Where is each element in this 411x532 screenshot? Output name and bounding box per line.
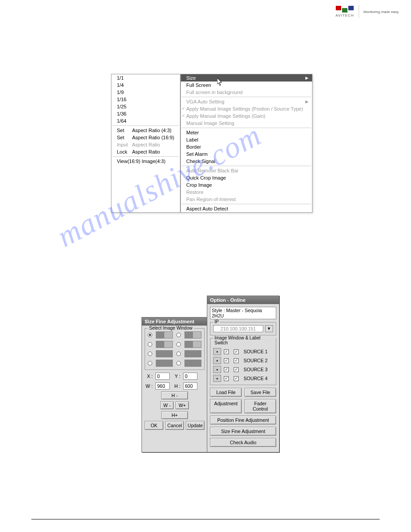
context-menus: 1/1 1/4 1/9 1/16 1/25 1/36 1/64 SetAspec… [111,74,313,213]
menu-item[interactable]: 1/1 [111,74,180,82]
page-footer-rule [31,519,380,519]
window-swatch [184,331,201,339]
menu-item: ✓Apply Manual Image Settings (Postion / … [181,105,312,112]
menu-item[interactable]: 1/36 [111,110,180,117]
menu-item[interactable]: 1/9 [111,89,180,96]
y-label: Y : [172,373,180,379]
group-label: Image Window & Label Switch [213,335,276,345]
menu-item[interactable]: Meter [181,129,312,136]
switch-group: Image Window & Label Switch WL ▪SOURCE 1… [210,338,276,385]
radio-window-1[interactable] [148,333,152,337]
chevron-right-icon: ▶ [305,76,308,80]
menu-item: VGA Auto Setting▶ [181,98,312,105]
menu-item[interactable]: 1/64 [111,117,180,124]
source-label: SOURCE 1 [244,349,273,354]
y-input[interactable] [183,373,197,380]
radio-window-8[interactable] [176,361,181,365]
menu-item[interactable]: Set Alarm [181,150,312,158]
source-l-checkbox[interactable] [234,376,239,381]
source-w-checkbox[interactable] [224,349,229,354]
check-audio-button[interactable]: Check Audio [210,438,276,447]
source-label: SOURCE 3 [244,367,273,372]
menu-item[interactable]: Quick Crop Image [181,174,312,181]
position-fine-adjustment-button[interactable]: Position Fine Adjustment [210,416,276,425]
source-l-checkbox[interactable] [234,349,239,354]
menu-item: Full screen in background [181,89,312,96]
h-label: H : [172,383,180,389]
window-swatch [156,360,173,367]
menu-item[interactable]: Aspect Auto Detect [181,205,312,212]
menu-item[interactable]: Full Screen [181,82,312,89]
radio-window-5[interactable] [148,352,152,356]
ok-button[interactable]: OK [145,421,163,430]
cancel-button[interactable]: Cancel [165,421,184,430]
h-minus-button[interactable]: H - [161,391,188,399]
update-button[interactable]: Update [186,421,205,430]
menu-item: InputAspect Ratio [111,141,180,148]
source-w-checkbox[interactable] [224,367,229,372]
check-icon: ✓ [182,113,185,118]
menu-item-size[interactable]: Size▶ [181,74,312,82]
window-swatch [156,331,173,339]
menu-item[interactable]: Label [181,136,312,143]
brand-tagline: Monitoring made easy. [364,10,399,14]
menu-item[interactable]: LockAspect Ratio [111,148,180,155]
x-input[interactable] [155,373,170,380]
fader-control-button[interactable]: Fader Control [244,399,276,413]
radio-window-4[interactable] [176,342,181,347]
group-label: Select Image Window [148,326,194,330]
source-w-checkbox[interactable] [224,376,229,381]
menu-item[interactable]: 1/25 [111,103,180,110]
h-plus-button[interactable]: H+ [161,411,188,419]
dialog-title: Option - Online [207,296,279,304]
w-plus-button[interactable]: W+ [176,401,189,409]
ip-group: IP 210.100.100.151 ▾ [210,322,276,335]
radio-window-3[interactable] [148,342,152,347]
option-online-dialog: Option - Online Style : Master - Sequoia… [207,296,279,452]
ip-dropdown-button[interactable]: ▾ [265,325,273,332]
menu-item[interactable]: Crop Image [181,181,312,189]
menu-item[interactable]: Check Signal [181,158,312,165]
w-label: W : [145,383,153,389]
window-swatch [156,350,173,357]
x-label: X : [145,373,153,379]
source-l-checkbox[interactable] [234,358,239,363]
size-fine-adjustment-button[interactable]: Size Fine Adjustment [210,427,276,436]
source-l-checkbox[interactable] [234,367,239,372]
source-color-button[interactable]: ▪ [213,348,221,355]
menu-item[interactable]: SetAspect Ratio (4:3) [111,127,180,134]
window-swatch [156,341,173,348]
w-minus-button[interactable]: W - [160,401,174,409]
chevron-right-icon: ▶ [305,99,308,104]
w-input[interactable] [155,382,170,390]
menu-item: Manual Image Setting [181,120,312,127]
source-color-button[interactable]: ▪ [213,366,221,373]
radio-window-2[interactable] [176,333,181,337]
source-color-button[interactable]: ▪ [213,375,221,382]
radio-window-7[interactable] [148,361,152,365]
menu-item: Auto Remove Black Bar [181,167,312,174]
source-color-button[interactable]: ▪ [213,357,221,364]
menu-item[interactable]: 1/4 [111,82,180,89]
check-icon: ✓ [182,106,185,111]
menu-item[interactable]: Border [181,143,312,150]
window-swatch [184,350,201,357]
ip-field[interactable]: 210.100.100.151 [213,325,263,332]
menu-item: ✓Apply Manual Image Settings (Gain) [181,112,312,120]
menu-item[interactable]: 1/16 [111,96,180,103]
window-swatch [184,341,201,348]
h-input[interactable] [183,382,197,390]
menu-item: Restore [181,189,312,196]
source-w-checkbox[interactable] [224,358,229,363]
adjustment-button[interactable]: Adjustment [210,399,242,413]
divider [359,5,359,18]
menu-item[interactable]: View(16:9) Image(4:3) [111,158,180,165]
menu-item[interactable]: SetAspect Ratio (16:9) [111,134,180,141]
load-file-button[interactable]: Load File [210,388,242,397]
group-label: IP [213,319,220,324]
size-submenu: 1/1 1/4 1/9 1/16 1/25 1/36 1/64 SetAspec… [111,74,180,213]
radio-window-6[interactable] [176,352,181,356]
menu-item: Pan Region-of-Interest [181,196,312,203]
save-file-button[interactable]: Save File [244,388,276,397]
cursor-icon [217,78,223,86]
